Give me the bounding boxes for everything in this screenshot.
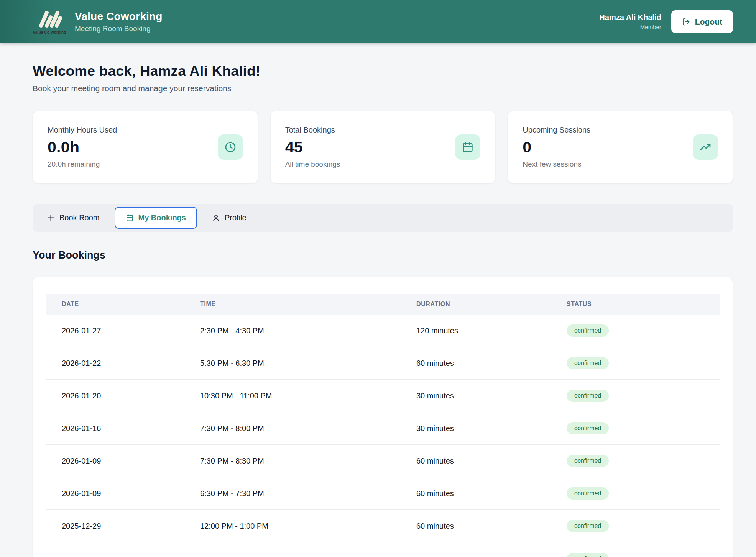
stat-sub: Next few sessions [523, 160, 590, 169]
logo-caption: Value Co-working [33, 30, 66, 34]
stat-sub: 20.0h remaining [48, 160, 117, 169]
logout-button[interactable]: Logout [671, 10, 733, 33]
status-badge: confirmed [567, 520, 609, 532]
stat-label: Total Bookings [285, 126, 340, 134]
tab-label: My Bookings [138, 213, 186, 222]
user-role: Member [599, 24, 661, 30]
cell-time: 10:30 PM - 11:00 PM [200, 392, 416, 400]
stat-value: 0.0h [48, 138, 117, 156]
cell-status: confirmed [567, 487, 720, 500]
stat-sub: All time bookings [285, 160, 340, 169]
cell-status: confirmed [567, 520, 720, 532]
stat-value: 45 [285, 138, 340, 156]
calendar-icon [126, 214, 134, 222]
cell-status: confirmed [567, 422, 720, 434]
tab-label: Book Room [59, 213, 100, 222]
brand: Value Co-working Value Coworking Meeting… [33, 9, 163, 34]
clock-icon [218, 134, 243, 160]
app-header: Value Co-working Value Coworking Meeting… [0, 0, 756, 43]
column-header-date: Date [46, 301, 200, 308]
stat-card-upcoming-sessions: Upcoming Sessions 0 Next few sessions [508, 111, 733, 183]
cell-time: 5:30 PM - 6:30 PM [200, 359, 416, 368]
column-header-duration: Duration [416, 301, 567, 308]
column-header-status: Status [567, 301, 720, 308]
table-row: confirmed [46, 542, 720, 557]
tab-my-bookings[interactable]: My Bookings [115, 207, 197, 229]
cell-time: 12:00 PM - 1:00 PM [200, 522, 416, 531]
status-badge: confirmed [567, 553, 609, 557]
bookings-rows: 2026-01-272:30 PM - 4:30 PM120 minutesco… [46, 315, 720, 557]
logout-icon [682, 18, 690, 26]
cell-duration: 30 minutes [416, 424, 567, 433]
cell-date: 2026-01-22 [46, 359, 200, 368]
status-badge: confirmed [567, 487, 609, 500]
cell-duration: 60 minutes [416, 359, 567, 368]
section-title: Your Bookings [33, 249, 733, 261]
calendar-icon [455, 134, 480, 160]
stat-card-total-bookings: Total Bookings 45 All time bookings [270, 111, 496, 183]
table-row: 2026-01-272:30 PM - 4:30 PM120 minutesco… [46, 315, 720, 347]
status-badge: confirmed [567, 357, 609, 369]
stat-label: Monthly Hours Used [48, 126, 117, 134]
cell-time: 7:30 PM - 8:30 PM [200, 457, 416, 465]
cell-duration: 60 minutes [416, 522, 567, 531]
cell-time: 7:30 PM - 8:00 PM [200, 424, 416, 433]
cell-date: 2026-01-16 [46, 424, 200, 433]
table-row: 2025-12-2912:00 PM - 1:00 PM60 minutesco… [46, 510, 720, 542]
app-subtitle: Meeting Room Booking [75, 25, 163, 33]
user-info: Hamza Ali Khalid Member [599, 13, 661, 30]
status-badge: confirmed [567, 324, 609, 337]
cell-duration: 60 minutes [416, 489, 567, 498]
status-badge: confirmed [567, 390, 609, 402]
cell-duration: 120 minutes [416, 326, 567, 335]
table-row: 2026-01-225:30 PM - 6:30 PM60 minutescon… [46, 347, 720, 380]
tab-book-room[interactable]: Book Room [36, 207, 111, 229]
logout-label: Logout [695, 17, 722, 26]
table-row: 2026-01-2010:30 PM - 11:00 PM30 minutesc… [46, 380, 720, 412]
cell-date: 2025-12-29 [46, 522, 200, 531]
cell-time: 6:30 PM - 7:30 PM [200, 489, 416, 498]
tab-label: Profile [225, 213, 247, 222]
cell-status: confirmed [567, 455, 720, 467]
tab-profile[interactable]: Profile [201, 207, 258, 229]
stat-value: 0 [523, 138, 590, 156]
logo-stripes-icon [36, 9, 62, 29]
column-header-time: Time [200, 301, 416, 308]
trending-up-icon [693, 134, 718, 160]
page-title: Welcome back, Hamza Ali Khalid! [33, 63, 733, 79]
cell-duration: 30 minutes [416, 392, 567, 400]
tabs-bar: Book Room My Bookings Profile [33, 204, 733, 232]
cell-status: confirmed [567, 357, 720, 369]
cell-status: confirmed [567, 553, 720, 557]
cell-status: confirmed [567, 390, 720, 402]
app-title: Value Coworking [75, 10, 163, 23]
status-badge: confirmed [567, 455, 609, 467]
user-icon [212, 214, 220, 222]
bookings-table: Date Time Duration Status 2026-01-272:30… [33, 277, 733, 557]
stat-card-monthly-hours: Monthly Hours Used 0.0h 20.0h remaining [33, 111, 258, 183]
table-row: 2026-01-096:30 PM - 7:30 PM60 minutescon… [46, 477, 720, 510]
table-row: 2026-01-097:30 PM - 8:30 PM60 minutescon… [46, 445, 720, 477]
cell-status: confirmed [567, 324, 720, 337]
cell-duration: 60 minutes [416, 457, 567, 465]
cell-date: 2026-01-20 [46, 392, 200, 400]
cell-time: 2:30 PM - 4:30 PM [200, 326, 416, 335]
table-row: 2026-01-167:30 PM - 8:00 PM30 minutescon… [46, 412, 720, 445]
status-badge: confirmed [567, 422, 609, 434]
company-logo: Value Co-working [33, 9, 66, 34]
cell-date: 2026-01-09 [46, 457, 200, 465]
plus-icon [47, 214, 55, 222]
page-subtitle: Book your meeting room and manage your r… [33, 84, 733, 93]
cell-date: 2026-01-09 [46, 489, 200, 498]
user-name: Hamza Ali Khalid [599, 13, 661, 22]
cell-date: 2026-01-27 [46, 326, 200, 335]
stat-label: Upcoming Sessions [523, 126, 590, 134]
table-header-row: Date Time Duration Status [46, 294, 720, 315]
stats-row: Monthly Hours Used 0.0h 20.0h remaining … [33, 111, 733, 183]
